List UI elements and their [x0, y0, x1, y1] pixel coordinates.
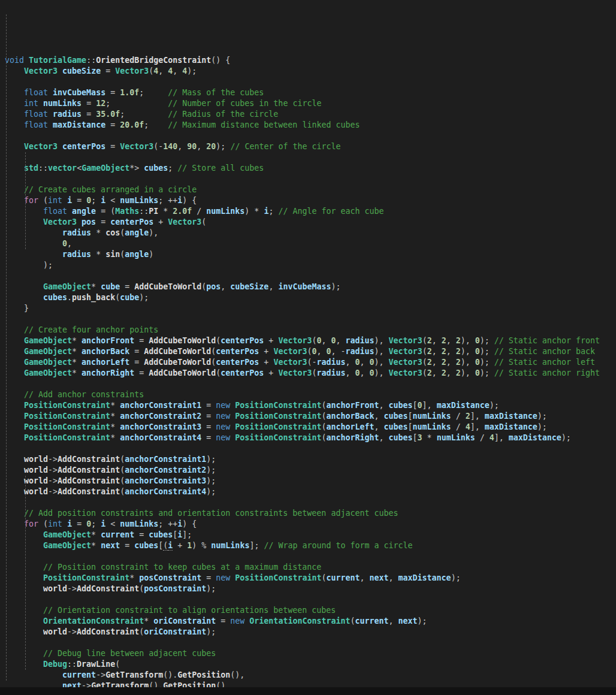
code-line: ); [5, 260, 616, 271]
code-line: current->GetTransform().GetPosition(), [5, 670, 616, 681]
code-line: // Position constraint to keep cubes at … [5, 562, 616, 573]
code-line: // Add position constraints and orientat… [5, 508, 616, 519]
code-line: GameObject* anchorBack = AddCubeToWorld(… [5, 346, 616, 357]
code-line: PositionConstraint* anchorConstraint2 = … [5, 411, 616, 422]
code-line: world->AddConstraint(oriConstraint); [5, 627, 616, 637]
code-line [5, 497, 616, 508]
code-line: for (int i = 0; i < numLinks; ++i) { [5, 195, 616, 206]
code-line: Debug::DrawLine( [5, 659, 616, 670]
bottom-band [0, 687, 616, 695]
code-line: GameObject* anchorLeft = AddCubeToWorld(… [5, 357, 616, 368]
code-line: world->AddConstraint(anchorConstraint4); [5, 486, 616, 497]
code-line: // Add anchor constraints [5, 389, 616, 400]
indent-guide [6, 14, 7, 681]
indent-guide [25, 476, 26, 670]
code-line [5, 443, 616, 454]
code-line: Vector3 centerPos = Vector3(-140, 90, 20… [5, 141, 616, 152]
code-line: float invCubeMass = 1.0f; // Mass of the… [5, 87, 616, 98]
code-line: int numLinks = 12; // Number of cubes in… [5, 98, 616, 109]
code-line: for (int i = 0; i < numLinks; ++i) { [5, 519, 616, 530]
code-line: Vector3 cubeSize = Vector3(4, 4, 4); [5, 66, 616, 77]
code-line: GameObject* current = cubes[i]; [5, 530, 616, 540]
code-line: PositionConstraint* anchorConstraint3 = … [5, 422, 616, 433]
code-line [5, 174, 616, 185]
code-line: GameObject* anchorRight = AddCubeToWorld… [5, 368, 616, 379]
code-line [5, 77, 616, 87]
code-line: void TutorialGame::OrientedBridgeConstra… [5, 55, 616, 66]
code-line: GameObject* next = cubes[(i + 1) % numLi… [5, 540, 616, 551]
code-line: 0, [5, 238, 616, 249]
code-line: GameObject* cube = AddCubeToWorld(pos, c… [5, 282, 616, 292]
code-line: world->AddConstraint(posConstraint); [5, 584, 616, 594]
code-line: PositionConstraint* posConstraint = new … [5, 573, 616, 584]
code-line [5, 637, 616, 648]
code-line: // Create four anchor points [5, 325, 616, 336]
code-line [5, 594, 616, 605]
code-line: float maxDistance = 20.0f; // Maximum di… [5, 120, 616, 131]
code-line: world->AddConstraint(anchorConstraint2); [5, 465, 616, 476]
code-line: std::vector<GameObject*> cubes; // Store… [5, 163, 616, 174]
code-line: cubes.push_back(cube); [5, 292, 616, 303]
code-line: Vector3 pos = centerPos + Vector3( [5, 217, 616, 228]
code-line: radius * cos(angle), [5, 228, 616, 238]
code-line: GameObject* anchorFront = AddCubeToWorld… [5, 336, 616, 346]
code-line: } [5, 303, 616, 314]
code-line: // Orientation constraint to align orien… [5, 605, 616, 616]
code-line: radius * sin(angle) [5, 249, 616, 260]
code-line: float angle = (Maths::PI * 2.0f / numLin… [5, 206, 616, 217]
code-line [5, 271, 616, 282]
code-line: // Create cubes arranged in a circle [5, 185, 616, 195]
code-line: OrientationConstraint* oriConstraint = n… [5, 616, 616, 627]
code-line [5, 152, 616, 163]
code-line: world->AddConstraint(anchorConstraint1); [5, 454, 616, 465]
code-line [5, 131, 616, 141]
code-line [5, 314, 616, 325]
indent-guide [25, 152, 26, 249]
code-line: float radius = 35.0f; // Radius of the c… [5, 109, 616, 120]
code-editor[interactable]: void TutorialGame::OrientedBridgeConstra… [0, 0, 616, 687]
code-line: PositionConstraint* anchorConstraint1 = … [5, 400, 616, 411]
code-lines: void TutorialGame::OrientedBridgeConstra… [5, 55, 616, 695]
code-line: PositionConstraint* anchorConstraint4 = … [5, 433, 616, 443]
code-line: // Debug line between adjacent cubes [5, 648, 616, 659]
code-line [5, 551, 616, 562]
code-line [5, 379, 616, 389]
code-line: world->AddConstraint(anchorConstraint3); [5, 476, 616, 486]
